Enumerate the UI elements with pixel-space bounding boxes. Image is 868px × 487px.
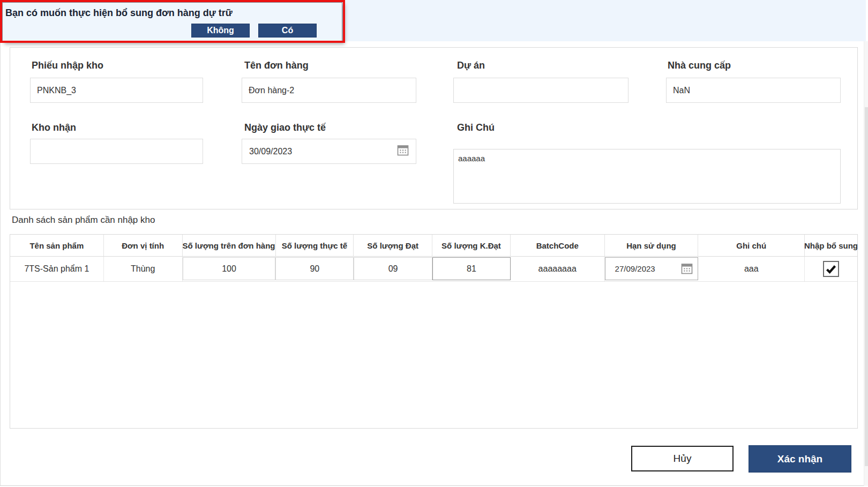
expiry-date-value: 27/09/2023 xyxy=(615,264,655,273)
delivery-date-value: 30/09/2023 xyxy=(242,147,397,156)
products-grid: Tên sản phẩm Đơn vị tính Số lượng trên đ… xyxy=(10,234,858,429)
receipt-number-label: Phiếu nhập kho xyxy=(32,59,103,71)
supplier-label: Nhà cung cấp xyxy=(668,59,731,71)
order-name-label: Tên đơn hàng xyxy=(244,59,309,71)
note-label: Ghi Chú xyxy=(457,122,495,133)
calendar-icon[interactable] xyxy=(681,263,693,276)
cell-failed-qty: 81 xyxy=(432,257,511,281)
confirm-message: Bạn có muốn thực hiện bổ sung đơn hàng d… xyxy=(5,8,233,19)
confirm-button[interactable]: Xác nhận xyxy=(749,445,851,473)
failed-qty-input[interactable]: 81 xyxy=(432,257,511,280)
scrollbar-thumb[interactable] xyxy=(865,107,868,466)
actual-qty-input[interactable]: 90 xyxy=(275,257,354,280)
cell-passed-qty: 09 xyxy=(354,257,432,281)
col-header-actual-qty: Số lượng thực tế xyxy=(276,235,354,256)
passed-qty-input[interactable]: 09 xyxy=(354,257,432,280)
page: Bạn có muốn thực hiện bổ sung đơn hàng d… xyxy=(0,0,868,487)
calendar-icon[interactable] xyxy=(397,145,409,158)
cell-unit: Thùng xyxy=(104,257,183,281)
products-section-title: Danh sách sản phẩm cần nhập kho xyxy=(12,215,155,226)
supplier-input[interactable] xyxy=(666,78,841,103)
col-header-failed-qty: Số lượng K.Đạt xyxy=(432,235,511,256)
no-button[interactable]: Không xyxy=(191,24,250,38)
receipt-number-input[interactable] xyxy=(30,78,203,103)
yes-button[interactable]: Có xyxy=(258,24,317,38)
delivery-date-input[interactable]: 30/09/2023 xyxy=(242,139,416,164)
col-header-passed-qty: Số lượng Đạt xyxy=(354,235,432,256)
warehouse-label: Kho nhận xyxy=(32,122,76,133)
expiry-date-input[interactable]: 27/09/2023 xyxy=(605,257,699,280)
cell-supplementary xyxy=(805,257,857,281)
col-header-unit: Đơn vị tính xyxy=(104,235,183,256)
page-bottom-border xyxy=(0,485,868,486)
col-header-supplementary: Nhập bổ sung xyxy=(805,235,857,256)
grid-header-row: Tên sản phẩm Đơn vị tính Số lượng trên đ… xyxy=(10,235,857,257)
cell-expiry-date: 27/09/2023 xyxy=(605,257,699,281)
project-label: Dự án xyxy=(457,59,485,71)
vertical-scrollbar[interactable] xyxy=(864,41,868,486)
ordered-qty-input[interactable]: 100 xyxy=(183,257,276,280)
receipt-form-panel: Phiếu nhập kho Tên đơn hàng Dự án Nhà cu… xyxy=(10,47,858,209)
product-row: 7TS-Sản phẩm 1 Thùng 100 90 09 81 aaaaaa… xyxy=(10,257,857,282)
checkmark-icon xyxy=(825,263,837,275)
supplementary-checkbox[interactable] xyxy=(823,261,839,277)
cell-batchcode: aaaaaaaa xyxy=(511,257,605,281)
col-header-batchcode: BatchCode xyxy=(511,235,605,256)
cancel-button[interactable]: Hủy xyxy=(631,446,734,471)
note-textarea[interactable]: aaaaaa xyxy=(453,149,841,204)
col-header-ordered-qty: Số lượng trên đơn hàng xyxy=(183,235,276,256)
project-input[interactable] xyxy=(453,78,628,103)
order-name-input[interactable] xyxy=(242,78,416,103)
cell-actual-qty: 90 xyxy=(275,257,354,281)
delivery-date-label: Ngày giao thực tế xyxy=(244,122,326,133)
col-header-expiry-date: Hạn sử dụng xyxy=(605,235,699,256)
warehouse-input[interactable] xyxy=(30,139,203,164)
cell-ordered-qty: 100 xyxy=(183,257,276,281)
cell-note: aaa xyxy=(698,257,805,281)
confirm-toast: Bạn có muốn thực hiện bổ sung đơn hàng d… xyxy=(2,2,342,42)
page-left-border xyxy=(0,41,1,486)
col-header-product-name: Tên sản phẩm xyxy=(10,235,104,256)
col-header-note: Ghi chú xyxy=(698,235,805,256)
cell-product-name: 7TS-Sản phẩm 1 xyxy=(10,257,104,281)
